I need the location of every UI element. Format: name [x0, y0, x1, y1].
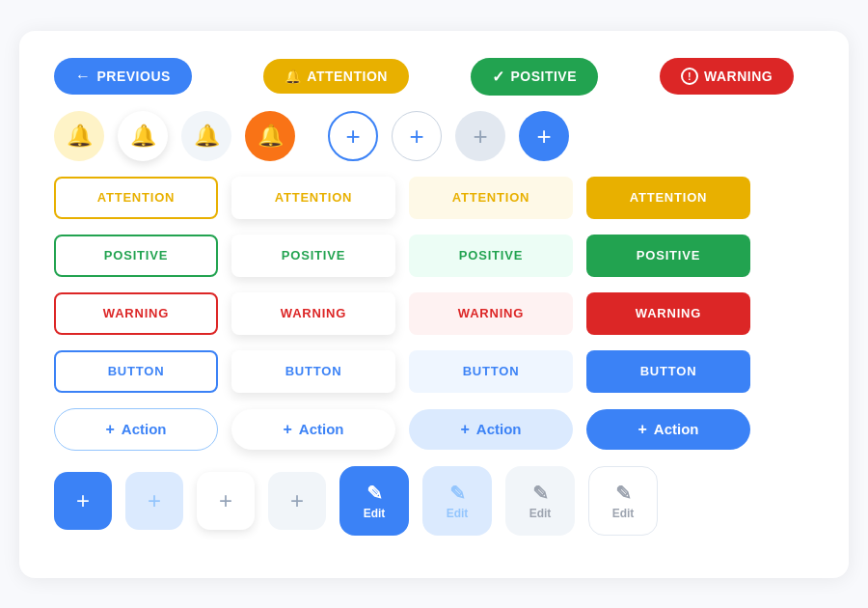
attention-outline-label: ATTENTION	[97, 190, 176, 205]
sq-edit-blue-button[interactable]: ✎ Edit	[339, 466, 409, 536]
bell-yellow-light-button[interactable]: 🔔	[54, 111, 104, 161]
button-tinted-button[interactable]: BUTTON	[409, 350, 573, 393]
button-outline-label: BUTTON	[108, 364, 165, 378]
bell-blue-light-icon: 🔔	[130, 124, 156, 149]
edit-gray-label: Edit	[529, 507, 552, 520]
positive-tinted-button[interactable]: POSITIVE	[409, 235, 573, 277]
positive-outline-button[interactable]: POSITIVE	[54, 235, 218, 277]
warning-pill-button[interactable]: ! WARNING	[660, 58, 794, 95]
positive-solid-button[interactable]: POSITIVE	[586, 235, 750, 277]
icon-circles-row: 🔔 🔔 🔔 🔔 + + + +	[54, 111, 814, 161]
attention-shadow-label: ATTENTION	[275, 190, 353, 205]
plus-blue-solid-button[interactable]: +	[519, 111, 569, 161]
bell-dark-button[interactable]: 🔔	[181, 111, 231, 161]
positive-pill-label: POSITIVE	[510, 69, 577, 84]
warning-pill-label: WARNING	[704, 69, 773, 84]
action-shadow-label: Action	[299, 421, 344, 437]
warning-outline-button[interactable]: WARNING	[54, 292, 218, 335]
attention-buttons-row: ATTENTION ATTENTION ATTENTION ATTENTION	[54, 177, 814, 219]
sq-plus-light-button[interactable]: +	[125, 472, 183, 530]
warning-solid-button[interactable]: WARNING	[586, 292, 750, 335]
previous-label: PREVIOUS	[97, 69, 171, 84]
positive-outline-label: POSITIVE	[104, 248, 168, 263]
action-tinted-button[interactable]: + Action	[409, 409, 573, 450]
attention-pill-label: ATTENTION	[307, 69, 388, 84]
plus-solid-icon: +	[536, 124, 551, 149]
warning-buttons-row: WARNING WARNING WARNING WARNING	[54, 292, 814, 335]
positive-tinted-label: POSITIVE	[459, 248, 523, 263]
positive-buttons-row: POSITIVE POSITIVE POSITIVE POSITIVE	[54, 235, 814, 277]
action-buttons-row: + Action + Action + Action + Action	[54, 408, 814, 451]
previous-button[interactable]: ← PREVIOUS	[54, 58, 192, 95]
arrow-left-icon: ←	[75, 68, 92, 85]
main-container: ← PREVIOUS 🔔 ATTENTION ✓ POSITIVE ! WARN…	[19, 31, 849, 578]
bell-dark-icon: 🔔	[194, 124, 220, 149]
positive-shadow-label: POSITIVE	[282, 248, 345, 263]
edit-outline-label: Edit	[612, 507, 635, 520]
button-shadow-label: BUTTON	[285, 364, 342, 378]
positive-solid-label: POSITIVE	[637, 248, 700, 263]
sq-edit-gray-button[interactable]: ✎ Edit	[505, 466, 575, 536]
sq-edit-light-button[interactable]: ✎ Edit	[422, 466, 492, 536]
warning-shadow-button[interactable]: WARNING	[231, 292, 395, 335]
button-outline-button[interactable]: BUTTON	[54, 350, 218, 393]
button-solid-label: BUTTON	[640, 364, 697, 378]
plus-sq-blue-icon: +	[76, 487, 90, 514]
plus-action-outline-icon: +	[105, 421, 114, 438]
plus-sq-shadow-icon: +	[219, 487, 232, 514]
attention-pill-button[interactable]: 🔔 ATTENTION	[263, 59, 409, 94]
attention-tinted-label: ATTENTION	[452, 190, 530, 205]
sq-plus-shadow-button[interactable]: +	[197, 472, 255, 530]
warning-tinted-button[interactable]: WARNING	[409, 292, 573, 335]
plus-blue-outline-button[interactable]: +	[328, 111, 378, 161]
plus-action-solid-icon: +	[637, 421, 646, 438]
plus-action-shadow-icon: +	[283, 421, 291, 438]
pill-buttons-row: ← PREVIOUS 🔔 ATTENTION ✓ POSITIVE ! WARN…	[54, 58, 814, 96]
bell-white-icon: 🔔	[258, 124, 284, 149]
pencil-blue-icon: ✎	[366, 482, 383, 505]
plus-outline-gray-icon: +	[409, 124, 423, 149]
action-solid-button[interactable]: + Action	[586, 409, 750, 450]
pencil-gray-icon: ✎	[532, 482, 549, 505]
square-buttons-row: + + + + ✎ Edit ✎ Edit ✎ Edit ✎ Edit	[54, 466, 814, 536]
bell-yellow-icon: 🔔	[67, 124, 93, 149]
attention-solid-label: ATTENTION	[630, 190, 708, 205]
bell-blue-shadow-button[interactable]: 🔔	[118, 111, 168, 161]
plus-light-button[interactable]: +	[455, 111, 505, 161]
plus-action-tinted-icon: +	[460, 421, 469, 438]
action-outline-label: Action	[122, 421, 167, 437]
action-outline-button[interactable]: + Action	[54, 408, 218, 451]
action-shadow-button[interactable]: + Action	[231, 409, 395, 450]
button-buttons-row: BUTTON BUTTON BUTTON BUTTON	[54, 350, 814, 393]
warning-outline-label: WARNING	[103, 306, 169, 320]
bell-orange-button[interactable]: 🔔	[245, 111, 295, 161]
button-tinted-label: BUTTON	[463, 364, 520, 378]
plus-outline-icon: +	[345, 124, 360, 149]
attention-outline-button[interactable]: ATTENTION	[54, 177, 218, 219]
check-icon: ✓	[492, 68, 505, 86]
pencil-light-icon: ✎	[449, 482, 466, 505]
warning-shadow-label: WARNING	[281, 306, 346, 320]
bell-icon: 🔔	[285, 69, 302, 84]
button-solid-button[interactable]: BUTTON	[586, 350, 750, 393]
sq-plus-flat-button[interactable]: +	[268, 472, 326, 530]
action-solid-label: Action	[654, 421, 699, 437]
action-tinted-label: Action	[476, 421, 522, 437]
plus-gray-outline-button[interactable]: +	[392, 111, 442, 161]
attention-solid-button[interactable]: ATTENTION	[586, 177, 750, 219]
positive-pill-button[interactable]: ✓ POSITIVE	[471, 58, 598, 96]
button-shadow-button[interactable]: BUTTON	[231, 350, 395, 393]
plus-sq-light-icon: +	[148, 487, 161, 514]
alert-icon: !	[681, 68, 698, 85]
edit-light-label: Edit	[447, 507, 469, 520]
edit-blue-label: Edit	[364, 507, 386, 520]
warning-tinted-label: WARNING	[458, 306, 524, 320]
positive-shadow-button[interactable]: POSITIVE	[231, 235, 395, 277]
plus-sq-flat-icon: +	[290, 487, 304, 514]
warning-solid-label: WARNING	[636, 306, 701, 320]
attention-shadow-button[interactable]: ATTENTION	[231, 177, 395, 219]
plus-light-icon: +	[473, 124, 487, 149]
attention-tinted-button[interactable]: ATTENTION	[409, 177, 573, 219]
sq-plus-blue-button[interactable]: +	[54, 472, 112, 530]
sq-edit-outline-button[interactable]: ✎ Edit	[588, 466, 658, 536]
